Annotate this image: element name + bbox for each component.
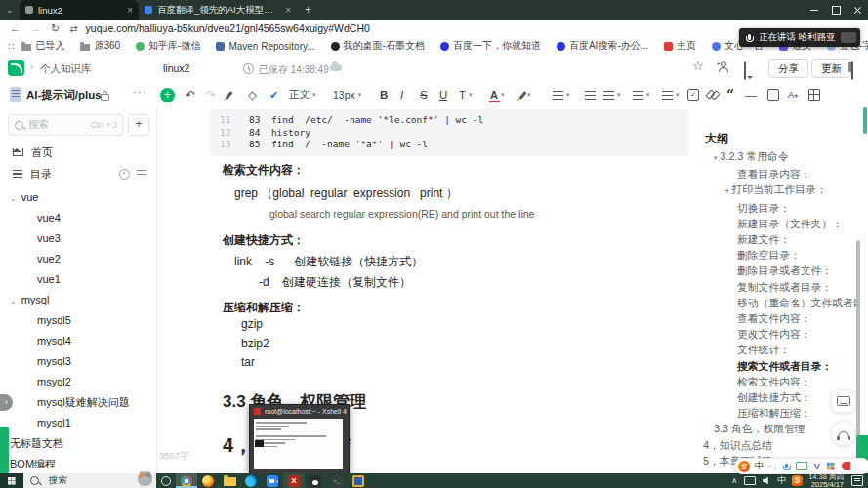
taskbar-app-qq[interactable] [305,473,326,488]
tree-item-mysql[interactable]: ⌄mysql [0,290,156,310]
clock-datetime[interactable]: 14:38 周四 2025/4/17 [808,473,844,488]
font-color-icon[interactable]: A [490,86,504,103]
locate-icon[interactable] [119,169,130,180]
apps-grid-icon[interactable]: ∷ [8,41,14,52]
bookmark-item[interactable]: 百度一下，你就知道 [440,39,541,53]
numbered-list-icon[interactable] [603,86,621,103]
outline-item[interactable]: ▾3.2.3 常用命令 [688,148,858,166]
sidebar-item-directory[interactable]: 目录 [0,164,156,183]
new-doc-button[interactable]: + [128,114,149,136]
insert-table-icon[interactable] [808,86,820,103]
tree-item-mysql5[interactable]: mysql5 [0,310,156,331]
bookmark-item[interactable]: 我的桌面-石墨文档 [331,39,425,53]
sidebar-search-input[interactable]: 搜索 Ctrl + J [8,114,123,136]
format-painter-icon[interactable] [227,86,230,103]
new-tab-button[interactable]: + [305,3,311,17]
breadcrumb[interactable]: 个人知识库 [40,62,92,76]
translate-ai-icon[interactable]: A⁎ [788,86,799,103]
taskbar-app-meet[interactable] [262,473,283,488]
help-button[interactable] [831,421,856,446]
forward-icon[interactable]: → [30,22,41,34]
outline-item[interactable]: 查看目录内容： [688,166,858,182]
outline-item[interactable]: 更改文件内容： [688,326,858,342]
bookmark-item[interactable]: 百度AI搜索-办公... [557,39,648,53]
close-button[interactable] [847,0,868,20]
tab-search-chevron-icon[interactable]: ⌄ [6,5,16,15]
taskbar-search-input[interactable]: 搜索 [23,473,156,488]
back-icon[interactable]: ← [10,22,21,34]
insert-button[interactable]: + [160,86,175,103]
ai-assist-icon[interactable]: ✔ [269,86,278,103]
line-spacing-icon[interactable] [662,86,680,103]
divider-icon[interactable]: — [745,86,757,103]
sogou-toolbox-icon[interactable] [827,463,835,470]
bookmark-item[interactable]: 原360 [80,39,120,53]
minimize-button[interactable] [804,0,825,20]
taskbar-app-edge[interactable] [240,473,262,488]
taskbar-app-chrome[interactable] [176,473,197,488]
sogou-input-bar[interactable]: S 中 ·， V [734,458,868,474]
underline-icon[interactable]: U [439,86,447,103]
page-scrollbar-thumb[interactable] [863,107,867,134]
browser-tab[interactable]: linux2× [20,0,139,20]
code-block[interactable]: 1183 find /etc/ -name '*le.conf*' | wc -… [210,109,688,156]
caret-down-icon[interactable]: ▾ [725,187,729,194]
chevron-down-icon[interactable]: ⌄ [10,194,17,203]
favorite-star-icon[interactable]: ☆ [692,59,704,73]
sogou-skin-icon[interactable]: V [814,462,820,471]
taskbar-app-firefox[interactable] [197,473,219,488]
display-icon[interactable] [744,476,756,485]
document-title[interactable]: linux2 [163,62,189,74]
outline-item[interactable]: 复制文件或者目录： [688,279,858,295]
outline-item[interactable]: 新建文件： [688,231,858,247]
outline-item[interactable]: 移动（重命名）文件或者目... [688,295,858,310]
tree-item-mysql4[interactable]: mysql4 [0,331,156,351]
site-info-icon[interactable]: ⇄ [69,23,77,34]
bookmark-item[interactable]: 知乎库-微信 [136,39,200,53]
tree-item-mysql1[interactable]: mysql1 [0,413,156,433]
outline-item[interactable]: 搜索文件或者目录： [688,358,858,374]
outline-item[interactable]: 检索文件内容： [688,374,858,389]
outline-item[interactable]: 文件统计： [688,342,858,357]
speaker-icon[interactable] [763,477,770,485]
meeting-speaking-overlay[interactable]: 正在讲话 哈利路亚 [739,28,860,47]
paragraph-style-select[interactable]: 正文 [289,86,316,103]
bullet-list-icon[interactable] [585,86,596,103]
outline-config-icon[interactable] [137,170,146,178]
tree-item-vue3[interactable]: vue3 [0,228,156,249]
sogou-mic-icon[interactable] [785,464,788,468]
outline-item[interactable]: 切换目录： [688,200,858,216]
action-center-icon[interactable] [851,475,863,486]
browser-tab[interactable]: 百度翻译_领先的AI大模型翻译× [139,0,297,20]
outline-scrollbar-thumb[interactable] [856,240,860,447]
start-button[interactable] [0,473,23,488]
font-size-select[interactable]: 13px [333,86,361,103]
task-view-button[interactable] [156,473,176,488]
highlight-color-icon[interactable] [521,86,531,103]
insert-card-icon[interactable] [767,86,779,103]
clear-format-icon[interactable]: ◇ [248,86,257,103]
ime-indicator[interactable]: 中 [777,474,786,487]
tree-item-vue4[interactable]: vue4 [0,208,156,228]
tree-item-vue2[interactable]: vue2 [0,249,156,269]
outline-item[interactable]: 删除目录或者文件： [688,263,858,278]
editor-canvas[interactable]: 1183 find /etc/ -name '*le.conf*' | wc -… [157,107,688,473]
taskbar-app-folder[interactable] [219,473,240,488]
meeting-overlay-button[interactable] [841,32,856,43]
sidebar-book-title[interactable]: AI-提示词/plus [26,88,102,102]
taskbar-app-xshell[interactable]: X [283,473,305,488]
url-text[interactable]: yuque.com/halliuya-b5kun/dveu21/gnl4565s… [86,22,370,34]
outline-item[interactable]: 新建目录（文件夹）： [688,216,858,231]
tree-item-msyql2[interactable]: msyql2 [0,372,156,392]
share-button[interactable]: 分享 [768,59,808,78]
undo-icon[interactable]: ↶ [186,86,195,103]
strikethrough-icon[interactable]: S [420,86,428,103]
sogou-tray-icon[interactable]: S [792,475,803,486]
bookmark-item[interactable]: 主页 [664,39,696,53]
outline-item[interactable]: ▾打印当前工作目录： [688,182,858,199]
sogou-keyboard-icon[interactable] [796,462,807,470]
tray-expand-icon[interactable]: ∧ [731,476,737,485]
tab-close-icon[interactable]: × [285,5,291,16]
yuque-logo-icon[interactable] [8,60,24,76]
cat-mascot[interactable] [138,471,152,486]
